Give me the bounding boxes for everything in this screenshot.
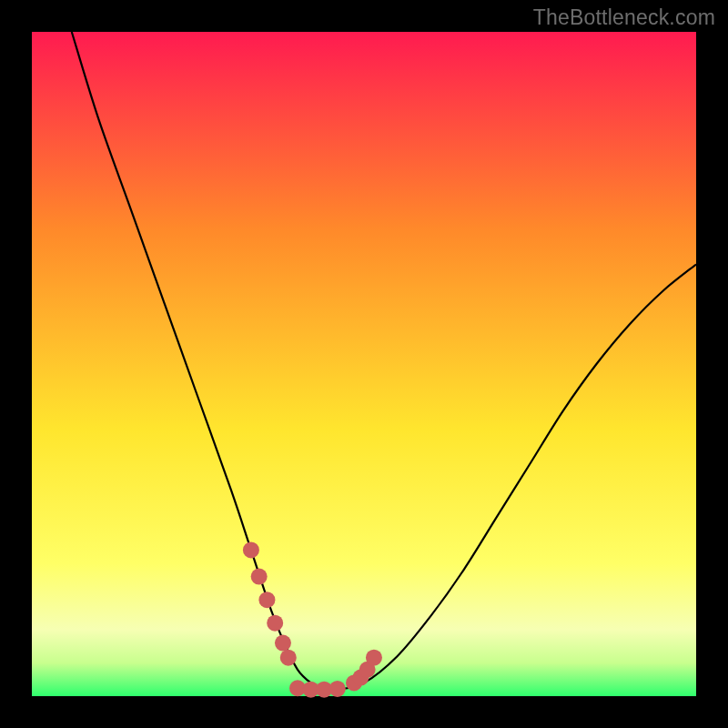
- watermark-text: TheBottleneck.com: [533, 5, 715, 30]
- marker-dot: [258, 592, 275, 608]
- marker-dot: [267, 615, 283, 632]
- marker-dot: [329, 681, 346, 697]
- marker-dot: [366, 650, 382, 666]
- chart-stage: TheBottleneck.com: [0, 0, 728, 728]
- marker-dot: [243, 541, 259, 558]
- chart-plot: [0, 0, 728, 728]
- marker-dot: [275, 635, 291, 652]
- marker-dot: [251, 569, 268, 585]
- marker-dot: [280, 650, 297, 666]
